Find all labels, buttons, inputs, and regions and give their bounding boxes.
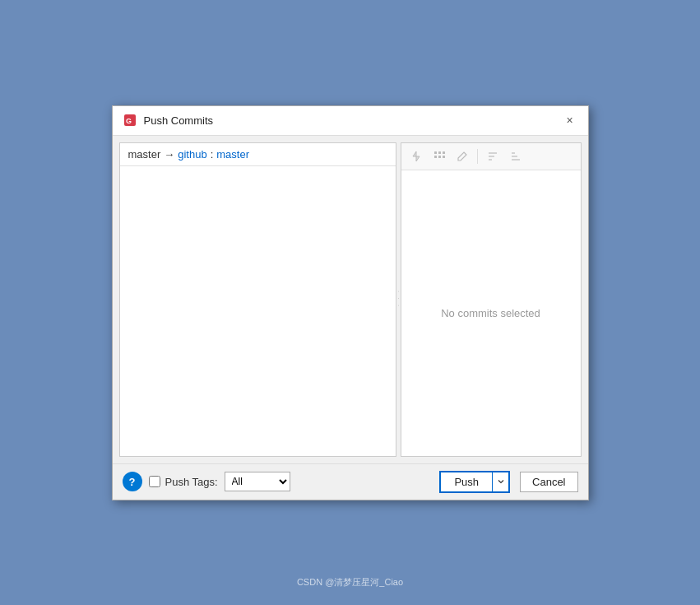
tags-dropdown[interactable]: All None Custom bbox=[225, 472, 290, 491]
watermark: CSDN @清梦压星河_Ciao bbox=[297, 576, 403, 589]
svg-rect-5 bbox=[434, 156, 437, 158]
sort-asc-icon-btn[interactable] bbox=[483, 147, 503, 166]
title-bar: G Push Commits × bbox=[113, 106, 588, 136]
push-tags-text: Push Tags: bbox=[165, 476, 218, 488]
commits-list bbox=[120, 166, 396, 456]
sort-desc-icon-btn[interactable] bbox=[506, 147, 526, 166]
title-bar-left: G Push Commits bbox=[123, 113, 214, 128]
svg-rect-6 bbox=[438, 156, 441, 158]
network-icon-btn[interactable] bbox=[429, 147, 449, 166]
svg-rect-3 bbox=[438, 151, 441, 154]
footer-buttons: Push Cancel bbox=[439, 471, 577, 493]
cancel-button[interactable]: Cancel bbox=[520, 472, 577, 492]
push-button[interactable]: Push bbox=[441, 472, 492, 491]
push-commits-dialog: G Push Commits × master → github : maste… bbox=[112, 105, 589, 500]
svg-text:G: G bbox=[126, 117, 132, 125]
right-toolbar bbox=[401, 143, 581, 170]
footer-left: ? Push Tags: All None Custom bbox=[123, 472, 290, 491]
dialog-footer: ? Push Tags: All None Custom Push Cancel bbox=[113, 463, 588, 500]
dialog-title: Push Commits bbox=[144, 114, 214, 127]
push-dropdown-button[interactable] bbox=[492, 472, 508, 491]
push-icon-btn[interactable] bbox=[406, 147, 426, 166]
close-button[interactable]: × bbox=[562, 112, 578, 128]
remote-branch-link[interactable]: master bbox=[216, 148, 249, 161]
edit-icon-btn[interactable] bbox=[452, 147, 472, 166]
commit-details-panel: No commits selected bbox=[401, 142, 582, 457]
right-content-area: No commits selected bbox=[401, 170, 581, 456]
local-branch-label: master bbox=[128, 148, 161, 161]
push-button-group: Push bbox=[439, 471, 510, 493]
remote-name-link[interactable]: github bbox=[178, 148, 206, 161]
no-commits-label: No commits selected bbox=[441, 307, 540, 319]
branch-bar: master → github : master bbox=[120, 143, 396, 166]
push-tags-checkbox[interactable] bbox=[149, 476, 160, 487]
svg-rect-7 bbox=[443, 156, 445, 158]
svg-rect-4 bbox=[443, 151, 445, 154]
toolbar-separator bbox=[477, 149, 478, 164]
colon-label: : bbox=[211, 148, 214, 161]
content-area: master → github : master · · · bbox=[113, 136, 588, 463]
arrow-label: → bbox=[164, 148, 174, 161]
help-button[interactable]: ? bbox=[123, 472, 142, 491]
svg-rect-2 bbox=[434, 151, 437, 154]
commits-panel: master → github : master bbox=[119, 142, 396, 457]
push-tags-label: Push Tags: bbox=[149, 476, 218, 488]
app-icon: G bbox=[123, 113, 137, 128]
